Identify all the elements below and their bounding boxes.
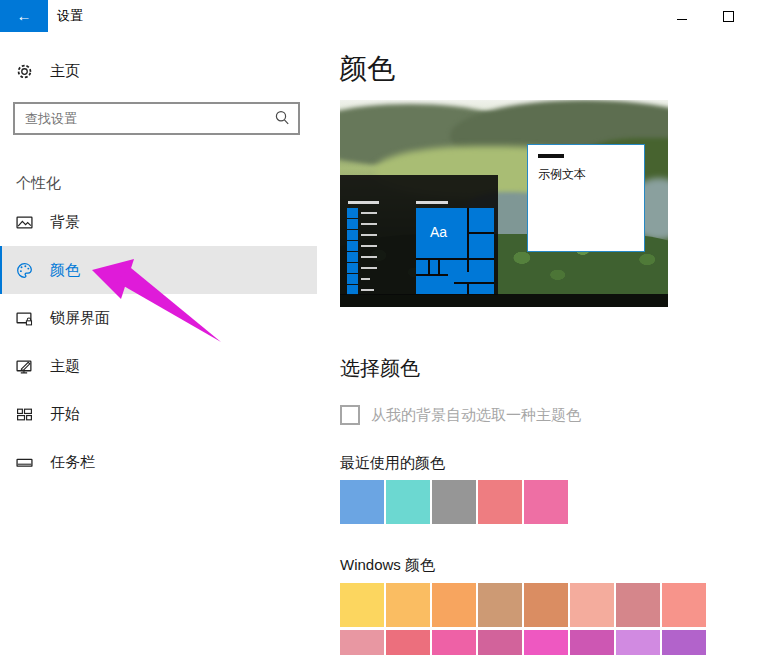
- start-menu-app-list: [347, 208, 358, 295]
- recent-colors-row: [340, 480, 568, 524]
- image-icon: [16, 214, 33, 231]
- menu-line: [361, 223, 377, 225]
- auto-accent-label: 从我的背景自动选取一种主题色: [371, 406, 581, 425]
- tile-divider: [467, 282, 469, 294]
- mini-tile: [347, 241, 358, 251]
- color-swatch[interactable]: [616, 583, 660, 627]
- tile-divider: [467, 232, 494, 234]
- sidebar-item-colors[interactable]: 颜色: [0, 246, 317, 294]
- color-swatch[interactable]: [432, 630, 476, 655]
- auto-accent-row: 从我的背景自动选取一种主题色: [340, 405, 581, 425]
- menu-line: [361, 256, 377, 258]
- app-title: 设置: [57, 0, 83, 32]
- recent-colors-label: 最近使用的颜色: [340, 454, 445, 473]
- sidebar-section-personalization: 个性化: [16, 174, 61, 193]
- sample-window-preview: 示例文本: [527, 144, 645, 252]
- tile-divider: [467, 208, 469, 272]
- start-menu-header-line: [348, 201, 379, 204]
- mini-tile: [347, 219, 358, 229]
- sidebar-item-lock-screen[interactable]: 锁屏界面: [0, 294, 317, 342]
- search-icon[interactable]: [273, 109, 291, 127]
- sidebar-item-themes[interactable]: 主题: [0, 342, 317, 390]
- maximize-icon: [723, 11, 734, 22]
- sidebar-nav: 背景 颜色 锁屏界面: [0, 198, 317, 486]
- sample-window-text: 示例文本: [538, 166, 586, 183]
- windows-colors-label: Windows 颜色: [340, 556, 435, 575]
- themes-icon: [16, 358, 33, 375]
- sidebar-item-background[interactable]: 背景: [0, 198, 317, 246]
- color-swatch[interactable]: [386, 583, 430, 627]
- tile-divider: [454, 282, 494, 284]
- lock-screen-icon: [16, 310, 33, 327]
- color-swatch[interactable]: [478, 630, 522, 655]
- color-swatch[interactable]: [386, 480, 430, 524]
- color-swatch[interactable]: [524, 480, 568, 524]
- menu-line: [361, 234, 377, 236]
- color-swatch[interactable]: [524, 630, 568, 655]
- color-swatch[interactable]: [478, 583, 522, 627]
- windows-colors-row: [340, 630, 706, 655]
- windows-colors-grid: [340, 583, 706, 655]
- tile-divider: [438, 258, 440, 274]
- color-swatch[interactable]: [524, 583, 568, 627]
- menu-line: [361, 245, 377, 247]
- sidebar-item-label: 主题: [50, 357, 80, 376]
- back-button[interactable]: ←: [0, 0, 48, 32]
- color-swatch[interactable]: [340, 480, 384, 524]
- start-menu-tiles: Aa: [416, 208, 494, 294]
- page-title: 颜色: [339, 50, 395, 88]
- gear-icon: [16, 63, 33, 80]
- taskbar-icon: [16, 454, 33, 471]
- windows-colors-row: [340, 583, 706, 627]
- settings-sidebar: 主页 个性化 背景 颜色: [0, 32, 317, 655]
- title-bar: ← 设置: [0, 0, 768, 32]
- color-swatch[interactable]: [616, 630, 660, 655]
- tile-divider: [416, 274, 448, 276]
- color-swatch[interactable]: [432, 583, 476, 627]
- color-swatch[interactable]: [340, 630, 384, 655]
- sidebar-item-label: 主页: [50, 62, 80, 81]
- choose-color-heading: 选择颜色: [340, 355, 420, 382]
- menu-line: [361, 289, 374, 291]
- menu-line: [361, 278, 370, 280]
- minimize-button[interactable]: [659, 0, 705, 32]
- color-swatch[interactable]: [570, 583, 614, 627]
- color-swatch[interactable]: [662, 583, 706, 627]
- search-box: [13, 102, 300, 135]
- sample-window-title-line: [538, 154, 564, 158]
- sidebar-item-label: 任务栏: [50, 453, 95, 472]
- color-swatch[interactable]: [662, 630, 706, 655]
- start-menu-labels: [361, 210, 379, 295]
- search-input[interactable]: [13, 102, 300, 135]
- maximize-button[interactable]: [705, 0, 751, 32]
- color-swatch[interactable]: [570, 630, 614, 655]
- color-swatch[interactable]: [478, 480, 522, 524]
- mini-tile: [347, 252, 358, 262]
- menu-line: [361, 212, 377, 214]
- menu-line: [361, 267, 377, 269]
- sidebar-item-start[interactable]: 开始: [0, 390, 317, 438]
- sidebar-item-home[interactable]: 主页: [0, 55, 317, 87]
- start-icon: [16, 406, 33, 423]
- minimize-icon: [677, 19, 687, 20]
- tile-divider: [428, 258, 430, 274]
- auto-accent-checkbox[interactable]: [340, 405, 360, 425]
- sidebar-item-taskbar[interactable]: 任务栏: [0, 438, 317, 486]
- sidebar-item-label: 锁屏界面: [50, 309, 110, 328]
- palette-icon: [16, 262, 33, 279]
- mini-tile: [347, 263, 358, 273]
- window-controls: [659, 0, 751, 32]
- color-preview-image: Aa 示例文本: [340, 100, 668, 307]
- mini-tile: [347, 274, 358, 284]
- taskbar-preview: [340, 294, 668, 307]
- accent-tile-label: Aa: [430, 224, 447, 240]
- mini-tile: [347, 208, 358, 218]
- mini-tile: [347, 230, 358, 240]
- color-swatch[interactable]: [340, 583, 384, 627]
- start-tiles-header-line: [416, 201, 448, 204]
- sidebar-item-label: 开始: [50, 405, 80, 424]
- sidebar-item-label: 背景: [50, 213, 80, 232]
- sidebar-item-label: 颜色: [50, 261, 80, 280]
- color-swatch[interactable]: [386, 630, 430, 655]
- color-swatch[interactable]: [432, 480, 476, 524]
